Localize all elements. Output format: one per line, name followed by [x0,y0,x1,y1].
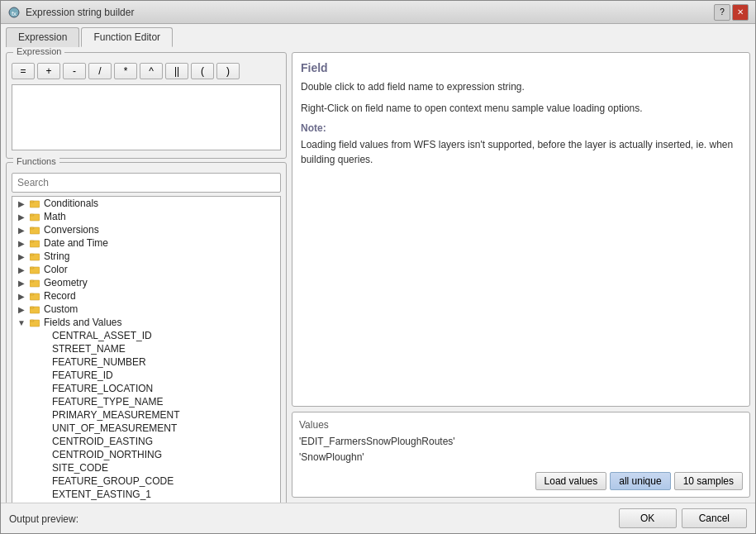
ok-button[interactable]: OK [619,508,677,528]
tree-child-label: EXTENT_EASTING_1 [52,489,151,500]
values-box: Values 'EDIT_FarmersSnowPloughRoutes' 'S… [292,412,750,498]
tree-item-date-and-time[interactable]: ▶Date and Time [12,236,280,250]
main-content: Expression = + - / * ^ || ( ) Functions [1,47,755,503]
values-list: 'EDIT_FarmersSnowPloughRoutes' 'SnowPlou… [299,434,743,465]
tree-child-label: SITE_CODE [52,462,108,474]
tree-label-custom: Custom [44,303,78,315]
tree-child-feature-type-name[interactable]: FEATURE_TYPE_NAME [12,395,280,408]
tree-child-primary-measurement[interactable]: PRIMARY_MEASUREMENT [12,408,280,422]
svg-text:fx: fx [12,10,17,17]
no-expand-icon [39,502,50,503]
help-button[interactable]: ? [714,4,730,21]
bottom-bar: Output preview: OK Cancel [1,503,755,533]
folder-icon-math [29,211,40,222]
btn-minus[interactable]: - [63,63,86,79]
tree-label-conditionals: Conditionals [44,198,98,209]
folder-icon-geometry [29,277,40,288]
cancel-button[interactable]: Cancel [682,508,747,528]
tree-child-label: UNIT_OF_MEASUREMENT [52,422,177,434]
titlebar-left: fx Expression string builder [7,6,134,19]
tree-child-feature-number[interactable]: FEATURE_NUMBER [12,355,280,369]
tree-item-math[interactable]: ▶Math [12,210,280,223]
value-item-2[interactable]: 'SnowPloughn' [299,450,743,465]
btn-divide[interactable]: / [88,63,112,79]
no-expand-icon [39,422,50,434]
no-expand-icon [39,330,50,341]
tree-child-label: FEATURE_NUMBER [52,356,146,368]
btn-caret[interactable]: ^ [140,63,163,79]
functions-group: Functions ▶Conditionals▶Math▶Conversions… [6,162,287,503]
note-text: Loading field values from WFS layers isn… [301,137,741,167]
field-right-click-text: Right-Click on field name to open contex… [301,101,741,116]
tree-child-central-asset-id[interactable]: CENTRAL_ASSET_ID [12,329,280,342]
10-samples-btn[interactable]: 10 samples [674,472,743,490]
load-values-btn[interactable]: Load values [535,472,607,490]
tree-child-label: FEATURE_ID [52,370,113,381]
tree-child-centroid-easting[interactable]: CENTROID_EASTING [12,435,280,448]
search-input[interactable] [12,173,281,193]
svg-rect-7 [30,227,34,229]
titlebar: fx Expression string builder ? ✕ [1,1,755,24]
value-item-1[interactable]: 'EDIT_FarmersSnowPloughRoutes' [299,434,743,450]
right-panel: Field Double click to add field name to … [292,52,750,498]
tree-item-string[interactable]: ▶String [12,250,280,263]
functions-tree[interactable]: ▶Conditionals▶Math▶Conversions▶Date and … [12,196,281,503]
ok-cancel-buttons: OK Cancel [619,508,747,528]
btn-multiply[interactable]: * [114,63,137,79]
no-expand-icon [39,356,50,368]
tree-label-conversions: Conversions [44,224,99,236]
expression-textarea[interactable] [12,84,281,150]
no-expand-icon [39,489,50,500]
tree-item-conditionals[interactable]: ▶Conditionals [12,197,280,210]
no-expand-icon [39,436,50,447]
titlebar-controls: ? ✕ [714,4,749,21]
tree-label-record: Record [44,290,76,302]
tree-child-unit-of-measurement[interactable]: UNIT_OF_MEASUREMENT [12,422,280,435]
tree-child-label: FEATURE_LOCATION [52,383,153,394]
tree-child-street-name[interactable]: STREET_NAME [12,342,280,355]
svg-rect-15 [30,280,34,282]
expand-icon-string: ▶ [16,250,27,262]
field-description: Double click to add field name to expres… [301,79,741,94]
tab-expression[interactable]: Expression [6,27,79,47]
field-info-box: Field Double click to add field name to … [292,52,750,407]
expand-icon-date-and-time: ▶ [16,237,27,249]
tree-item-conversions[interactable]: ▶Conversions [12,223,280,236]
tree-child-extent-easting-1[interactable]: EXTENT_EASTING_1 [12,488,280,501]
no-expand-icon [39,383,50,394]
btn-rparen[interactable]: ) [216,63,240,79]
tree-child-label: FEATURE_TYPE_NAME [52,396,163,408]
tree-child-feature-location[interactable]: FEATURE_LOCATION [12,382,280,395]
btn-pipe[interactable]: || [165,63,188,79]
tree-child-feature-group-code[interactable]: FEATURE_GROUP_CODE [12,474,280,488]
tree-child-label: FEATURE_GROUP_CODE [52,475,174,487]
left-panel: Expression = + - / * ^ || ( ) Functions [6,52,287,498]
tree-child-extent-northing-1[interactable]: EXTENT_NORTHING_1 [12,501,280,503]
tab-function-editor[interactable]: Function Editor [81,27,173,47]
btn-lparen[interactable]: ( [191,63,214,79]
tree-item-geometry[interactable]: ▶Geometry [12,276,280,289]
app-icon: fx [7,6,21,19]
tree-item-fields-and-values[interactable]: ▼Fields and Values [12,316,280,329]
tree-child-label: CENTROID_NORTHING [52,449,162,460]
tree-child-feature-id[interactable]: FEATURE_ID [12,369,280,382]
btn-equals[interactable]: = [12,63,35,79]
values-buttons: Load values all unique 10 samples [299,472,743,490]
tree-item-color[interactable]: ▶Color [12,263,280,276]
all-unique-btn[interactable]: all unique [610,472,670,490]
svg-rect-19 [30,307,34,308]
output-preview: Output preview: [9,512,78,527]
expand-icon-geometry: ▶ [16,277,27,288]
tree-item-record[interactable]: ▶Record [12,289,280,303]
no-expand-icon [39,409,50,421]
close-button[interactable]: ✕ [732,4,749,21]
tree-label-fields-and-values: Fields and Values [44,317,122,328]
main-window: fx Expression string builder ? ✕ Express… [0,0,756,534]
tree-item-custom[interactable]: ▶Custom [12,303,280,316]
expand-icon-conditionals: ▶ [16,198,27,209]
folder-icon-conditionals [29,198,40,209]
tree-child-site-code[interactable]: SITE_CODE [12,461,280,474]
values-title: Values [299,419,743,431]
btn-plus[interactable]: + [37,63,60,79]
tree-child-centroid-northing[interactable]: CENTROID_NORTHING [12,448,280,461]
